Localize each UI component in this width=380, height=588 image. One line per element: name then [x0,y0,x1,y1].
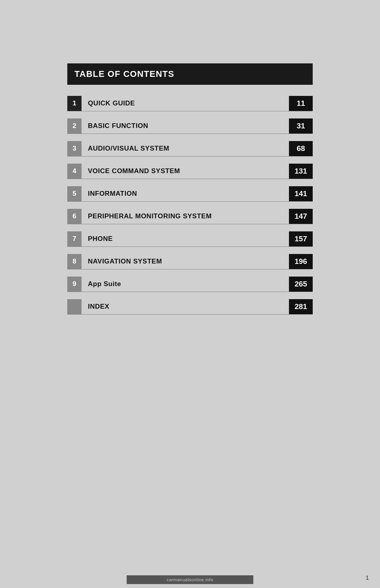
chapter-page-number: 281 [289,299,313,314]
chapter-number: 1 [67,96,82,111]
chapter-title: NAVIGATION SYSTEM [86,254,287,269]
toc-row[interactable]: INDEX281 [67,299,313,315]
chapter-page-number: 31 [289,118,313,134]
toc-row[interactable]: 1QUICK GUIDE11 [67,96,313,111]
chapter-title: VOICE COMMAND SYSTEM [86,164,287,179]
watermark: carmanualsonline.info [0,575,380,584]
watermark-text: carmanualsonline.info [167,577,213,582]
toc-row[interactable]: 5INFORMATION141 [67,186,313,202]
watermark-bar: carmanualsonline.info [127,575,253,584]
chapter-number: 3 [67,141,82,156]
chapter-number: 5 [67,186,82,201]
chapter-title: PHONE [86,231,287,246]
chapter-number [67,299,82,314]
chapter-page-number: 141 [289,186,313,201]
toc-row[interactable]: 7PHONE157 [67,231,313,247]
page-container: TABLE OF CONTENTS 1QUICK GUIDE112BASIC F… [0,0,380,588]
chapter-title: INFORMATION [86,186,287,201]
chapter-page-number: 131 [289,164,313,179]
toc-row[interactable]: 3AUDIO/VISUAL SYSTEM68 [67,141,313,157]
chapter-number: 7 [67,231,82,246]
toc-list: 1QUICK GUIDE112BASIC FUNCTION313AUDIO/VI… [67,96,313,315]
toc-row[interactable]: 4VOICE COMMAND SYSTEM131 [67,164,313,179]
chapter-title: AUDIO/VISUAL SYSTEM [86,141,287,156]
chapter-title: INDEX [86,299,287,314]
chapter-page-number: 157 [289,231,313,246]
chapter-page-number: 147 [289,209,313,224]
toc-row[interactable]: 2BASIC FUNCTION31 [67,118,313,134]
chapter-page-number: 11 [289,96,313,111]
chapter-title: BASIC FUNCTION [86,118,287,134]
toc-title-text: TABLE OF CONTENTS [74,69,174,79]
chapter-page-number: 265 [289,277,313,292]
chapter-page-number: 196 [289,254,313,269]
chapter-page-number: 68 [289,141,313,156]
chapter-number: 8 [67,254,82,269]
toc-title-bar: TABLE OF CONTENTS [67,63,313,85]
chapter-number: 4 [67,164,82,179]
chapter-number: 2 [67,118,82,134]
chapter-title: PERIPHERAL MONITORING SYSTEM [86,209,287,224]
toc-row[interactable]: 8NAVIGATION SYSTEM196 [67,254,313,269]
chapter-number: 9 [67,277,82,292]
toc-row[interactable]: 9App Suite265 [67,277,313,292]
chapter-title: QUICK GUIDE [86,96,287,111]
content-area: TABLE OF CONTENTS 1QUICK GUIDE112BASIC F… [67,63,313,315]
chapter-title: App Suite [86,277,287,292]
chapter-number: 6 [67,209,82,224]
toc-row[interactable]: 6PERIPHERAL MONITORING SYSTEM147 [67,209,313,224]
